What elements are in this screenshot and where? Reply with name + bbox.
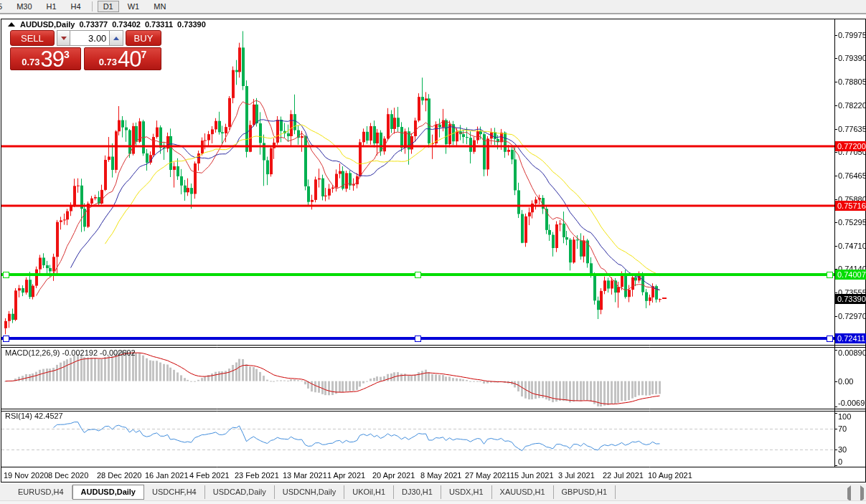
chart-tab-xauusd[interactable]: XAUUSD,H1	[492, 485, 554, 499]
date-axis-label: 8 Dec 2020	[48, 471, 88, 480]
price-axis-label: 0.76465	[838, 171, 866, 180]
buy-price-pipette: 7	[141, 49, 147, 60]
chart-tab-usdchf[interactable]: USDCHF,H4	[144, 485, 205, 499]
timeframe-h1-button[interactable]: H1	[41, 1, 62, 12]
macd-axis-min: -0.006977	[838, 399, 866, 407]
chart-tab-dj30[interactable]: DJ30,H1	[394, 485, 441, 499]
arrow-up-icon	[113, 37, 119, 40]
date-axis-label: 10 Aug 2021	[648, 471, 692, 480]
date-axis-label: 13 Mar 2021	[283, 471, 327, 480]
sell-price-prefix: 0.73	[22, 57, 39, 67]
rsi-axis-label: 30	[838, 445, 866, 454]
price-line-tag: 0.75716	[835, 201, 866, 211]
timeframe-h4-button[interactable]: H4	[65, 1, 87, 12]
date-axis-label: 15 Jun 2021	[510, 471, 554, 480]
date-axis-label: 8 May 2021	[420, 471, 461, 480]
price-axis-label: 0.77635	[838, 125, 866, 133]
sell-button[interactable]: SELL	[10, 30, 55, 46]
sell-price-big: 39	[41, 49, 64, 70]
price-axis-label: 0.78220	[838, 101, 866, 110]
sell-price-tile[interactable]: 0.73 39 3	[10, 47, 81, 70]
chart-tab-usdcad[interactable]: USDCAD,Daily	[205, 485, 275, 499]
timeframe-mn-button[interactable]: MN	[148, 1, 171, 12]
open-value: 0.73377	[79, 20, 108, 29]
buy-price-big: 40	[118, 49, 141, 70]
high-value: 0.73402	[112, 20, 141, 29]
price-chart-canvas[interactable]	[0, 14, 866, 482]
buy-price-prefix: 0.73	[99, 57, 117, 67]
date-axis-label: 22 Jul 2021	[603, 471, 644, 480]
timeframe-m5-button[interactable]: 5	[0, 1, 8, 12]
chart-tab-ukoil[interactable]: UKOil,H1	[344, 485, 394, 499]
timeframe-d1-button[interactable]: D1	[98, 1, 119, 12]
price-axis-label: 0.74710	[838, 242, 866, 250]
price-axis-label: 0.79975	[838, 31, 866, 39]
macd-main-value: -0.002192	[62, 348, 98, 357]
chevron-right-icon	[860, 485, 864, 502]
macd-indicator-label: MACD(12,26,9) -0.002192 -0.002602	[5, 348, 136, 357]
price-line-tag: 0.72411	[835, 333, 866, 343]
rsi-indicator-label: RSI(14) 42.4527	[5, 412, 63, 420]
chart-tab-gbpusd[interactable]: GBPUSD,H1	[554, 485, 616, 499]
price-axis-label: 0.79390	[838, 54, 866, 62]
current-price-tag: 0.73390	[835, 294, 866, 304]
volume-increase-button[interactable]	[109, 30, 123, 46]
timeframe-toolbar: 5 M30 H1 H4 D1 W1 MN	[0, 0, 866, 14]
arrow-down-icon	[61, 37, 67, 40]
chevron-left-icon	[847, 485, 851, 502]
date-axis-label: 27 May 2021	[465, 471, 511, 480]
date-axis-label: 3 Jul 2021	[558, 471, 595, 480]
close-value: 0.73390	[177, 20, 206, 29]
timeframe-m30-button[interactable]: M30	[11, 1, 37, 12]
chart-tab-bar: EURUSD,H4AUDUSD,DailyUSDCHF,H4USDCAD,Dai…	[0, 483, 866, 500]
chart-tab-eurusd[interactable]: EURUSD,H4	[10, 485, 72, 499]
date-axis-label: 20 Apr 2021	[372, 471, 415, 480]
volume-decrease-button[interactable]	[57, 30, 71, 46]
rsi-axis-label: 100	[838, 412, 866, 421]
macd-axis-max: 0.008903	[838, 348, 866, 357]
timeframe-w1-button[interactable]: W1	[122, 1, 146, 12]
date-axis-label: 28 Dec 2020	[97, 471, 141, 480]
ohlc-readout: AUDUSD,Daily 0.73377 0.73402 0.73311 0.7…	[8, 19, 210, 29]
date-axis-label: 23 Feb 2021	[235, 471, 279, 480]
status-strip	[0, 500, 866, 504]
low-value: 0.73311	[145, 20, 173, 29]
date-axis-label: 1 Apr 2021	[327, 471, 365, 480]
macd-signal-value: -0.002602	[100, 348, 136, 357]
rsi-value: 42.4527	[34, 412, 63, 420]
rsi-axis-label: 70	[838, 424, 866, 433]
chart-tab-usdx[interactable]: USDX,H1	[441, 485, 492, 499]
chart-tab-usdcnh[interactable]: USDCNH,Daily	[275, 485, 345, 499]
date-axis-label: 4 Feb 2021	[189, 471, 230, 480]
chart-symbol-label: AUDUSD,Daily	[20, 20, 75, 29]
buy-button[interactable]: BUY	[126, 30, 161, 46]
price-line-tag: 0.77200	[835, 141, 866, 151]
rsi-axis-label: 0	[838, 457, 866, 466]
price-axis-label: 0.78805	[838, 77, 866, 86]
price-axis-label: 0.72970	[838, 312, 866, 320]
tab-scroll-right-button[interactable]	[857, 488, 866, 497]
chart-tab-audusd[interactable]: AUDUSD,Daily	[72, 485, 144, 500]
buy-price-tile[interactable]: 0.73 40 7	[84, 47, 161, 70]
date-axis-label: 19 Nov 2020	[4, 471, 48, 480]
tab-scroll-left-button[interactable]	[844, 488, 854, 497]
volume-input[interactable]	[70, 30, 109, 46]
macd-axis-zero: 0.00	[838, 377, 866, 386]
date-axis-label: 16 Jan 2021	[145, 471, 189, 480]
one-click-trading-panel: SELL BUY 0.73 39 3 0.73 40 7	[10, 30, 161, 70]
price-axis-label: 0.75295	[838, 218, 866, 227]
sell-price-pipette: 3	[64, 49, 70, 60]
price-line-tag: 0.74007	[835, 270, 866, 280]
collapse-triangle-icon[interactable]	[8, 22, 15, 27]
toolbar-separator	[92, 1, 93, 11]
